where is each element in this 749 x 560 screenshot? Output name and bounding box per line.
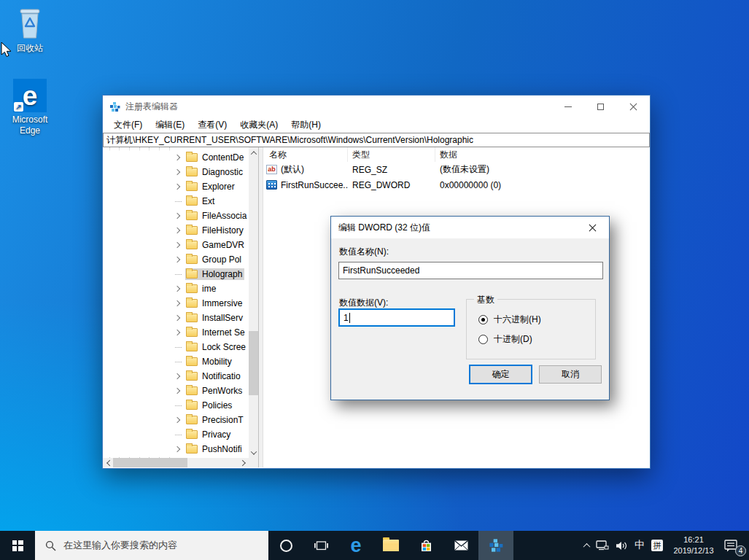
- registry-value-row[interactable]: FirstRunSuccee...REG_DWORD0x00000000 (0): [263, 177, 650, 192]
- ime-language-indicator[interactable]: 中: [634, 539, 645, 552]
- network-icon[interactable]: [596, 540, 609, 551]
- folder-icon: [186, 197, 198, 206]
- folder-icon: [186, 314, 198, 322]
- volume-icon[interactable]: [616, 541, 628, 551]
- tree-vertical-scrollbar[interactable]: [249, 147, 258, 458]
- ime-mode-icon[interactable]: 拼: [651, 540, 663, 551]
- tree-item[interactable]: Diagnostic: [103, 165, 249, 179]
- scroll-left-icon[interactable]: [103, 458, 114, 467]
- value-name-field[interactable]: FirstRunSucceeded: [338, 262, 603, 279]
- dialog-title-bar[interactable]: 编辑 DWORD (32 位)值: [331, 217, 609, 238]
- tree-item[interactable]: Mobility: [103, 354, 249, 369]
- chevron-right-icon[interactable]: [174, 315, 180, 321]
- close-button[interactable]: [617, 96, 650, 117]
- tree-item-label: Internet Se: [202, 327, 245, 338]
- tree-item[interactable]: PenWorks: [103, 384, 249, 398]
- tree-item[interactable]: Group Pol: [103, 252, 249, 267]
- taskbar-edge-button[interactable]: e: [338, 531, 373, 560]
- chevron-right-icon[interactable]: [174, 257, 180, 262]
- tree-item[interactable]: Immersive: [103, 296, 249, 311]
- maximize-button[interactable]: [584, 96, 617, 117]
- ok-button[interactable]: 确定: [469, 365, 532, 384]
- chevron-right-icon[interactable]: [174, 300, 180, 306]
- chevron-right-icon[interactable]: [174, 213, 180, 219]
- cortana-button[interactable]: [268, 531, 303, 560]
- mouse-cursor: [1, 42, 12, 59]
- chevron-right-icon[interactable]: [174, 184, 180, 190]
- file-explorer-button[interactable]: [373, 531, 408, 560]
- chevron-right-icon[interactable]: [174, 373, 180, 379]
- tree-item[interactable]: Lock Scree: [103, 340, 249, 354]
- menu-help[interactable]: 帮助(H): [284, 119, 327, 131]
- column-header-type[interactable]: 类型: [348, 147, 435, 162]
- value-data-field[interactable]: 1: [338, 308, 455, 327]
- action-center-button[interactable]: 4: [724, 537, 742, 553]
- taskbar-search[interactable]: 在这里输入你要搜索的内容: [35, 531, 268, 560]
- tree-item[interactable]: FileAssocia: [103, 209, 249, 223]
- clock[interactable]: 16:21 2019/12/13: [670, 534, 718, 556]
- mail-button[interactable]: [443, 531, 478, 560]
- tree-item[interactable]: PushNotifi: [103, 442, 249, 456]
- folder-icon: [186, 372, 198, 381]
- tray-overflow-icon[interactable]: [583, 542, 591, 550]
- taskbar-regedit-button[interactable]: [478, 531, 513, 560]
- folder-icon: [186, 299, 198, 308]
- scroll-right-icon[interactable]: [238, 458, 249, 467]
- close-icon: [629, 103, 637, 111]
- edge-icon: e: [350, 536, 361, 556]
- chevron-right-icon[interactable]: [174, 242, 180, 248]
- menu-file[interactable]: 文件(F): [107, 119, 149, 131]
- chevron-right-icon[interactable]: [174, 388, 180, 394]
- tree-item[interactable]: Notificatio: [103, 369, 249, 384]
- tree-horizontal-scrollbar[interactable]: [103, 458, 249, 467]
- tree-item[interactable]: Policies: [103, 398, 249, 413]
- task-view-button[interactable]: [303, 531, 338, 560]
- tree-item[interactable]: InstallServ: [103, 311, 249, 325]
- chevron-right-icon[interactable]: [174, 330, 180, 335]
- title-bar[interactable]: 注册表编辑器: [103, 96, 650, 117]
- dialog-close-button[interactable]: [576, 217, 609, 238]
- tree-item[interactable]: FileHistory: [103, 223, 249, 238]
- menu-favorites[interactable]: 收藏夹(A): [233, 119, 284, 131]
- registry-value-row[interactable]: ab(默认)REG_SZ(数值未设置): [263, 162, 650, 177]
- desktop-icon-edge[interactable]: e ↗ Microsoft Edge: [1, 79, 58, 136]
- address-bar[interactable]: 计算机\HKEY_CURRENT_USER\SOFTWARE\Microsoft…: [103, 133, 650, 147]
- folder-icon: [186, 401, 198, 410]
- tree-item[interactable]: PrecisionT: [103, 413, 249, 427]
- tree-item[interactable]: ContentDe: [103, 150, 249, 165]
- tree-item[interactable]: Internet Se: [103, 325, 249, 340]
- scroll-up-icon[interactable]: [249, 147, 258, 158]
- radio-hexadecimal[interactable]: 十六进制(H): [478, 314, 541, 326]
- system-tray: 中 拼 16:21 2019/12/13 4: [584, 531, 749, 560]
- chevron-right-icon[interactable]: [174, 446, 180, 452]
- tree-item[interactable]: Privacy: [103, 427, 249, 442]
- tree-item[interactable]: GameDVR: [103, 238, 249, 252]
- chevron-right-icon[interactable]: [174, 228, 180, 233]
- scrollbar-thumb[interactable]: [249, 331, 258, 395]
- minimize-button[interactable]: [551, 96, 584, 117]
- shortcut-arrow-icon: ↗: [14, 102, 23, 112]
- cancel-button[interactable]: 取消: [539, 365, 602, 384]
- radio-hex-circle[interactable]: [478, 315, 488, 324]
- start-button[interactable]: [0, 531, 35, 560]
- scroll-down-icon[interactable]: [249, 447, 258, 458]
- chevron-right-icon[interactable]: [174, 169, 180, 175]
- tree-item[interactable]: ime: [103, 281, 249, 296]
- tree-leaf-connector: [175, 347, 182, 348]
- tree-item[interactable]: Ext: [103, 194, 249, 209]
- search-placeholder: 在这里输入你要搜索的内容: [63, 539, 177, 552]
- menu-view[interactable]: 查看(V): [191, 119, 233, 131]
- column-header-data[interactable]: 数据: [435, 147, 650, 162]
- radio-decimal[interactable]: 十进制(D): [478, 333, 532, 346]
- chevron-right-icon[interactable]: [174, 286, 180, 292]
- chevron-right-icon[interactable]: [174, 417, 180, 423]
- tree-item[interactable]: Holograph: [103, 267, 249, 281]
- column-header-name[interactable]: 名称: [263, 147, 348, 162]
- radio-dec-circle[interactable]: [478, 335, 488, 344]
- tree-item[interactable]: Explorer: [103, 179, 249, 194]
- menu-edit[interactable]: 编辑(E): [149, 119, 191, 131]
- store-button[interactable]: [408, 531, 443, 560]
- folder-icon: [186, 445, 198, 454]
- scrollbar-thumb[interactable]: [113, 458, 187, 467]
- chevron-right-icon[interactable]: [174, 155, 180, 160]
